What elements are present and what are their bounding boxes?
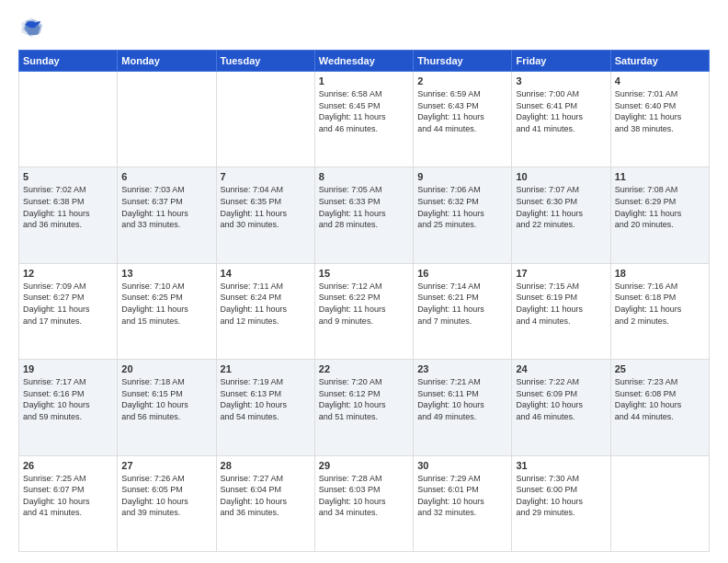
calendar-day-cell: 9Sunrise: 7:06 AM Sunset: 6:32 PM Daylig… bbox=[414, 167, 512, 263]
calendar-week-row: 19Sunrise: 7:17 AM Sunset: 6:16 PM Dayli… bbox=[19, 360, 710, 455]
day-number: 6 bbox=[121, 171, 211, 182]
day-info: Sunrise: 7:23 AM Sunset: 6:08 PM Dayligh… bbox=[615, 376, 705, 422]
calendar-day-cell: 26Sunrise: 7:25 AM Sunset: 6:07 PM Dayli… bbox=[19, 455, 118, 551]
calendar-day-cell bbox=[118, 72, 216, 167]
calendar-day-cell: 7Sunrise: 7:04 AM Sunset: 6:35 PM Daylig… bbox=[216, 167, 314, 263]
calendar-day-cell: 27Sunrise: 7:26 AM Sunset: 6:05 PM Dayli… bbox=[118, 455, 216, 551]
day-info: Sunrise: 7:02 AM Sunset: 6:38 PM Dayligh… bbox=[23, 184, 113, 230]
calendar-day-cell: 12Sunrise: 7:09 AM Sunset: 6:27 PM Dayli… bbox=[19, 263, 118, 359]
calendar-day-cell: 2Sunrise: 6:59 AM Sunset: 6:43 PM Daylig… bbox=[414, 72, 512, 167]
day-info: Sunrise: 7:21 AM Sunset: 6:11 PM Dayligh… bbox=[417, 376, 507, 422]
day-number: 1 bbox=[319, 75, 409, 86]
calendar-day-cell: 22Sunrise: 7:20 AM Sunset: 6:12 PM Dayli… bbox=[314, 360, 413, 455]
calendar-day-cell: 10Sunrise: 7:07 AM Sunset: 6:30 PM Dayli… bbox=[512, 167, 610, 263]
calendar-day-cell bbox=[216, 72, 314, 167]
day-number: 11 bbox=[615, 171, 705, 182]
day-number: 13 bbox=[121, 268, 211, 279]
calendar-day-cell: 18Sunrise: 7:16 AM Sunset: 6:18 PM Dayli… bbox=[610, 263, 709, 359]
day-number: 31 bbox=[516, 460, 606, 471]
day-info: Sunrise: 7:17 AM Sunset: 6:16 PM Dayligh… bbox=[23, 376, 113, 422]
day-number: 17 bbox=[516, 268, 606, 279]
calendar-day-cell: 28Sunrise: 7:27 AM Sunset: 6:04 PM Dayli… bbox=[216, 455, 314, 551]
day-number: 21 bbox=[221, 363, 311, 374]
calendar-table: SundayMondayTuesdayWednesdayThursdayFrid… bbox=[18, 50, 710, 552]
calendar-day-cell: 1Sunrise: 6:58 AM Sunset: 6:45 PM Daylig… bbox=[314, 72, 413, 167]
day-of-week-header: Monday bbox=[118, 51, 216, 72]
day-info: Sunrise: 7:18 AM Sunset: 6:15 PM Dayligh… bbox=[121, 376, 211, 422]
day-info: Sunrise: 7:09 AM Sunset: 6:27 PM Dayligh… bbox=[23, 281, 113, 327]
day-number: 27 bbox=[121, 460, 211, 471]
day-info: Sunrise: 7:03 AM Sunset: 6:37 PM Dayligh… bbox=[121, 184, 211, 230]
day-info: Sunrise: 7:08 AM Sunset: 6:29 PM Dayligh… bbox=[615, 184, 705, 230]
day-number: 23 bbox=[417, 363, 507, 374]
day-number: 19 bbox=[23, 363, 113, 374]
day-info: Sunrise: 7:30 AM Sunset: 6:00 PM Dayligh… bbox=[516, 473, 606, 519]
day-number: 30 bbox=[417, 460, 507, 471]
day-of-week-header: Thursday bbox=[414, 51, 512, 72]
calendar-day-cell: 5Sunrise: 7:02 AM Sunset: 6:38 PM Daylig… bbox=[19, 167, 118, 263]
calendar-week-row: 26Sunrise: 7:25 AM Sunset: 6:07 PM Dayli… bbox=[19, 455, 710, 551]
day-info: Sunrise: 7:29 AM Sunset: 6:01 PM Dayligh… bbox=[417, 473, 507, 519]
day-number: 4 bbox=[615, 75, 705, 86]
day-number: 24 bbox=[516, 363, 606, 374]
calendar-week-row: 5Sunrise: 7:02 AM Sunset: 6:38 PM Daylig… bbox=[19, 167, 710, 263]
logo bbox=[18, 15, 48, 40]
day-number: 8 bbox=[319, 171, 409, 182]
day-of-week-header: Sunday bbox=[19, 51, 118, 72]
calendar-day-cell: 17Sunrise: 7:15 AM Sunset: 6:19 PM Dayli… bbox=[512, 263, 610, 359]
calendar-day-cell: 25Sunrise: 7:23 AM Sunset: 6:08 PM Dayli… bbox=[610, 360, 709, 455]
day-number: 18 bbox=[615, 268, 705, 279]
day-of-week-header: Friday bbox=[512, 51, 610, 72]
day-info: Sunrise: 6:58 AM Sunset: 6:45 PM Dayligh… bbox=[319, 88, 409, 134]
page: SundayMondayTuesdayWednesdayThursdayFrid… bbox=[0, 0, 728, 563]
day-info: Sunrise: 7:19 AM Sunset: 6:13 PM Dayligh… bbox=[221, 376, 311, 422]
day-info: Sunrise: 7:26 AM Sunset: 6:05 PM Dayligh… bbox=[121, 473, 211, 519]
day-number: 12 bbox=[23, 268, 113, 279]
day-number: 9 bbox=[417, 171, 507, 182]
day-info: Sunrise: 6:59 AM Sunset: 6:43 PM Dayligh… bbox=[417, 88, 507, 134]
calendar-day-cell: 13Sunrise: 7:10 AM Sunset: 6:25 PM Dayli… bbox=[118, 263, 216, 359]
calendar-day-cell: 30Sunrise: 7:29 AM Sunset: 6:01 PM Dayli… bbox=[414, 455, 512, 551]
day-number: 2 bbox=[417, 75, 507, 86]
day-info: Sunrise: 7:28 AM Sunset: 6:03 PM Dayligh… bbox=[319, 473, 409, 519]
calendar-day-cell: 19Sunrise: 7:17 AM Sunset: 6:16 PM Dayli… bbox=[19, 360, 118, 455]
day-number: 10 bbox=[516, 171, 606, 182]
calendar-day-cell: 29Sunrise: 7:28 AM Sunset: 6:03 PM Dayli… bbox=[314, 455, 413, 551]
day-info: Sunrise: 7:10 AM Sunset: 6:25 PM Dayligh… bbox=[121, 281, 211, 327]
calendar-day-cell bbox=[19, 72, 118, 167]
day-info: Sunrise: 7:27 AM Sunset: 6:04 PM Dayligh… bbox=[221, 473, 311, 519]
calendar-day-cell: 20Sunrise: 7:18 AM Sunset: 6:15 PM Dayli… bbox=[118, 360, 216, 455]
day-number: 3 bbox=[516, 75, 606, 86]
calendar-day-cell: 8Sunrise: 7:05 AM Sunset: 6:33 PM Daylig… bbox=[314, 167, 413, 263]
day-info: Sunrise: 7:22 AM Sunset: 6:09 PM Dayligh… bbox=[516, 376, 606, 422]
day-number: 14 bbox=[221, 268, 311, 279]
day-number: 29 bbox=[319, 460, 409, 471]
calendar-day-cell: 3Sunrise: 7:00 AM Sunset: 6:41 PM Daylig… bbox=[512, 72, 610, 167]
day-info: Sunrise: 7:06 AM Sunset: 6:32 PM Dayligh… bbox=[417, 184, 507, 230]
calendar-week-row: 12Sunrise: 7:09 AM Sunset: 6:27 PM Dayli… bbox=[19, 263, 710, 359]
calendar-header-row: SundayMondayTuesdayWednesdayThursdayFrid… bbox=[19, 51, 710, 72]
calendar-day-cell: 31Sunrise: 7:30 AM Sunset: 6:00 PM Dayli… bbox=[512, 455, 610, 551]
day-number: 26 bbox=[23, 460, 113, 471]
day-info: Sunrise: 7:07 AM Sunset: 6:30 PM Dayligh… bbox=[516, 184, 606, 230]
day-of-week-header: Saturday bbox=[610, 51, 709, 72]
day-info: Sunrise: 7:00 AM Sunset: 6:41 PM Dayligh… bbox=[516, 88, 606, 134]
calendar-day-cell: 14Sunrise: 7:11 AM Sunset: 6:24 PM Dayli… bbox=[216, 263, 314, 359]
day-info: Sunrise: 7:11 AM Sunset: 6:24 PM Dayligh… bbox=[221, 281, 311, 327]
day-info: Sunrise: 7:01 AM Sunset: 6:40 PM Dayligh… bbox=[615, 88, 705, 134]
day-number: 5 bbox=[23, 171, 113, 182]
calendar-day-cell: 23Sunrise: 7:21 AM Sunset: 6:11 PM Dayli… bbox=[414, 360, 512, 455]
day-number: 16 bbox=[417, 268, 507, 279]
calendar-day-cell: 16Sunrise: 7:14 AM Sunset: 6:21 PM Dayli… bbox=[414, 263, 512, 359]
calendar-day-cell: 6Sunrise: 7:03 AM Sunset: 6:37 PM Daylig… bbox=[118, 167, 216, 263]
day-info: Sunrise: 7:05 AM Sunset: 6:33 PM Dayligh… bbox=[319, 184, 409, 230]
calendar-day-cell: 11Sunrise: 7:08 AM Sunset: 6:29 PM Dayli… bbox=[610, 167, 709, 263]
calendar-day-cell: 4Sunrise: 7:01 AM Sunset: 6:40 PM Daylig… bbox=[610, 72, 709, 167]
day-info: Sunrise: 7:04 AM Sunset: 6:35 PM Dayligh… bbox=[221, 184, 311, 230]
day-of-week-header: Tuesday bbox=[216, 51, 314, 72]
calendar-day-cell: 15Sunrise: 7:12 AM Sunset: 6:22 PM Dayli… bbox=[314, 263, 413, 359]
day-info: Sunrise: 7:15 AM Sunset: 6:19 PM Dayligh… bbox=[516, 281, 606, 327]
day-number: 7 bbox=[221, 171, 311, 182]
day-of-week-header: Wednesday bbox=[314, 51, 413, 72]
day-number: 22 bbox=[319, 363, 409, 374]
